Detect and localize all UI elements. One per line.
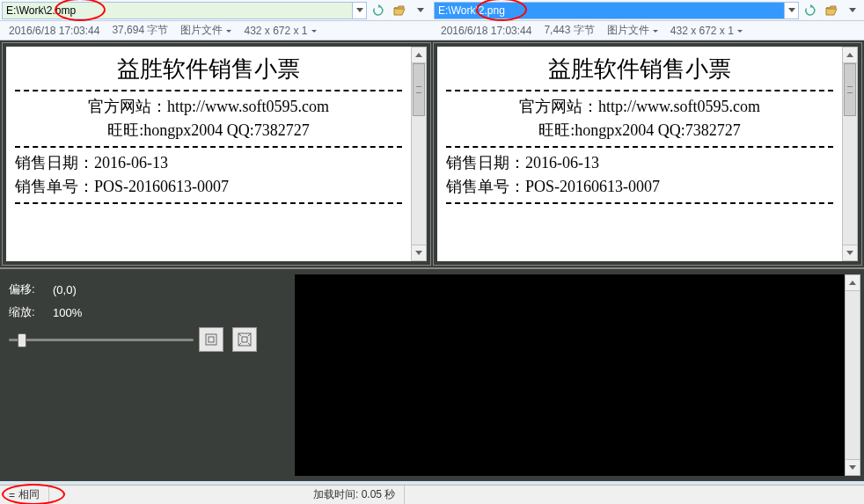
diff-scrollbar[interactable]: [845, 274, 860, 476]
left-date: 2016/6/18 17:03:44: [9, 25, 99, 37]
ticket-sale-date: 销售日期：2016-06-13: [15, 151, 402, 175]
fit-actual-button[interactable]: [199, 327, 223, 352]
left-open-button[interactable]: [390, 2, 409, 19]
right-image-pane: 益胜软件销售小票 官方网站：http://www.soft0595.com 旺旺…: [433, 42, 862, 266]
ticket-sale-date: 销售日期：2016-06-13: [446, 151, 833, 175]
status-equal: = 相同: [0, 486, 49, 504]
scroll-down-icon[interactable]: [412, 245, 426, 260]
offset-label: 偏移:: [9, 281, 53, 297]
right-refresh-button[interactable]: [801, 2, 820, 19]
scroll-track[interactable]: [843, 63, 857, 245]
scroll-down-icon[interactable]: [843, 245, 857, 260]
left-image-preview[interactable]: 益胜软件销售小票 官方网站：http://www.soft0595.com 旺旺…: [6, 47, 411, 261]
left-path-dropdown[interactable]: [353, 2, 367, 19]
left-image-pane: 益胜软件销售小票 官方网站：http://www.soft0595.com 旺旺…: [2, 42, 431, 266]
svg-rect-1: [209, 337, 214, 342]
left-dimensions-dropdown[interactable]: 432 x 672 x 1: [244, 25, 316, 37]
zoom-label: 缩放:: [9, 304, 53, 320]
divider: [446, 146, 833, 148]
fit-window-button[interactable]: [232, 327, 257, 352]
scroll-thumb[interactable]: [844, 63, 856, 116]
left-scrollbar[interactable]: [411, 47, 427, 261]
ticket-content: 益胜软件销售小票 官方网站：http://www.soft0595.com 旺旺…: [437, 47, 842, 215]
equal-text: 相同: [18, 487, 40, 502]
right-size: 7,443 字节: [544, 23, 594, 38]
ticket-sale-no: 销售单号：POS-20160613-0007: [446, 175, 833, 199]
ticket-title: 益胜软件销售小票: [15, 54, 402, 84]
right-date: 2016/6/18 17:03:44: [441, 25, 531, 37]
left-path-group: [0, 0, 432, 20]
left-path-input[interactable]: [2, 2, 353, 19]
lower-panel: 偏移: (0,0) 缩放: 100%: [0, 267, 864, 481]
scroll-track[interactable]: [412, 63, 426, 245]
zoom-slider[interactable]: [9, 331, 194, 348]
divider: [446, 202, 833, 204]
status-bar: = 相同 加载时间: 0.05 秒: [0, 485, 864, 504]
scroll-down-icon[interactable]: [846, 459, 860, 475]
scroll-up-icon[interactable]: [846, 275, 860, 291]
left-type-dropdown[interactable]: 图片文件: [180, 23, 231, 38]
info-bar: 2016/6/18 17:03:44 37,694 字节 图片文件 432 x …: [0, 21, 864, 40]
right-more-button[interactable]: [843, 2, 862, 19]
zoom-value: 100%: [53, 306, 82, 319]
svg-rect-3: [242, 337, 247, 342]
offset-value: (0,0): [53, 283, 77, 296]
ticket-website: 官方网站：http://www.soft0595.com: [446, 95, 833, 119]
path-toolbar: [0, 0, 864, 21]
left-size: 37,694 字节: [112, 23, 168, 38]
divider: [446, 90, 833, 91]
scroll-thumb[interactable]: [413, 63, 425, 116]
right-type-dropdown[interactable]: 图片文件: [607, 23, 658, 38]
scroll-up-icon[interactable]: [412, 47, 426, 63]
ticket-contact: 旺旺:hongpx2004 QQ:7382727: [446, 119, 833, 142]
load-time-text: 加载时间: 0.05 秒: [313, 487, 395, 502]
right-scrollbar[interactable]: [842, 47, 858, 261]
right-dimensions-dropdown[interactable]: 432 x 672 x 1: [670, 25, 743, 37]
left-refresh-button[interactable]: [369, 2, 388, 19]
svg-rect-0: [206, 334, 216, 345]
slider-thumb[interactable]: [18, 333, 26, 347]
scroll-up-icon[interactable]: [843, 47, 857, 63]
right-info: 2016/6/18 17:03:44 7,443 字节 图片文件 432 x 6…: [432, 21, 864, 40]
divider: [15, 146, 402, 148]
ticket-website: 官方网站：http://www.soft0595.com: [15, 95, 402, 119]
status-load-time: 加载时间: 0.05 秒: [304, 486, 405, 504]
difference-view[interactable]: [295, 274, 845, 476]
slider-track: [9, 339, 194, 341]
ticket-content: 益胜软件销售小票 官方网站：http://www.soft0595.com 旺旺…: [6, 47, 411, 215]
compare-area: 益胜软件销售小票 官方网站：http://www.soft0595.com 旺旺…: [0, 40, 864, 267]
right-image-preview[interactable]: 益胜软件销售小票 官方网站：http://www.soft0595.com 旺旺…: [437, 47, 842, 261]
left-more-button[interactable]: [411, 2, 430, 19]
controls-panel: 偏移: (0,0) 缩放: 100%: [0, 269, 295, 481]
divider: [15, 202, 402, 204]
right-path-input[interactable]: [434, 2, 785, 19]
divider: [15, 90, 402, 91]
scroll-track[interactable]: [846, 291, 860, 459]
right-path-dropdown[interactable]: [785, 2, 799, 19]
right-open-button[interactable]: [822, 2, 841, 19]
equal-icon: =: [9, 489, 15, 501]
right-path-group: [432, 0, 864, 20]
ticket-contact: 旺旺:hongpx2004 QQ:7382727: [15, 119, 402, 142]
ticket-sale-no: 销售单号：POS-20160613-0007: [15, 175, 402, 199]
ticket-title: 益胜软件销售小票: [446, 54, 833, 84]
left-info: 2016/6/18 17:03:44 37,694 字节 图片文件 432 x …: [0, 21, 432, 40]
